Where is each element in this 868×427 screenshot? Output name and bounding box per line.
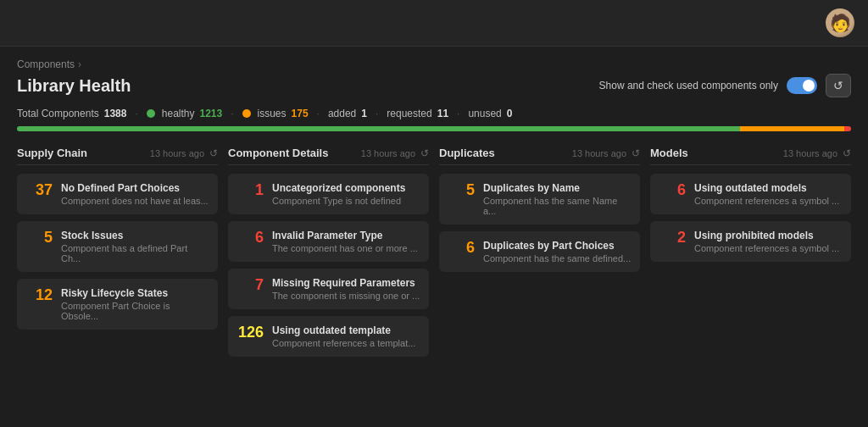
issue-desc-supply-chain-0: Component does not have at leas... (61, 196, 209, 206)
header-controls: Show and check used components only ↺ (599, 74, 851, 97)
columns-grid: Supply Chain13 hours ago ↺37No Defined P… (17, 147, 851, 363)
issue-count-duplicates-1: 6 (448, 240, 475, 257)
unused-value: 0 (507, 108, 513, 119)
column-header-models: Models13 hours ago ↺ (650, 147, 851, 165)
issue-text-models-0: Using outdated modelsComponent reference… (694, 182, 843, 206)
issue-text-component-details-2: Missing Required ParametersThe component… (272, 277, 420, 301)
column-title-models: Models (650, 147, 688, 159)
issue-text-duplicates-1: Duplicates by Part ChoicesComponent has … (483, 240, 632, 263)
issue-desc-component-details-3: Component references a templat... (272, 338, 420, 348)
issues-label: issues (258, 108, 287, 119)
issue-desc-duplicates-0: Component has the same Name a... (483, 196, 632, 216)
issue-count-component-details-0: 1 (236, 182, 264, 199)
breadcrumb-parent[interactable]: Components (17, 58, 75, 70)
issue-card-component-details-3[interactable]: 126Using outdated templateComponent refe… (228, 316, 429, 357)
issue-title-supply-chain-2: Risky Lifecycle States (61, 287, 209, 299)
issue-count-models-0: 6 (659, 182, 686, 199)
added-label: added (328, 108, 356, 119)
refresh-button[interactable]: ↺ (826, 74, 851, 97)
requested-value: 11 (437, 108, 448, 119)
column-title-component-details: Component Details (228, 147, 328, 159)
stats-bar: Total Components 1388 · healthy 1213 · i… (17, 108, 851, 119)
issue-card-models-0[interactable]: 6Using outdated modelsComponent referenc… (650, 174, 851, 214)
issue-title-models-1: Using prohibited models (694, 230, 843, 241)
issues-value: 175 (292, 108, 309, 119)
column-header-component-details: Component Details13 hours ago ↺ (228, 147, 429, 165)
progress-bar (17, 126, 851, 131)
issue-desc-supply-chain-1: Component has a defined Part Ch... (61, 243, 209, 263)
healthy-value: 1213 (199, 108, 222, 119)
issue-title-supply-chain-1: Stock Issues (61, 230, 209, 241)
issue-title-component-details-2: Missing Required Parameters (272, 277, 420, 289)
top-bar: 🧑 (0, 0, 868, 47)
total-value: 1388 (104, 108, 127, 119)
total-label: Total Components (17, 108, 99, 119)
issue-text-component-details-3: Using outdated templateComponent referen… (272, 324, 420, 348)
column-duplicates: Duplicates13 hours ago ↺5Duplicates by N… (439, 147, 640, 363)
issue-desc-models-1: Component references a symbol ... (694, 243, 843, 253)
issue-title-duplicates-0: Duplicates by Name (483, 182, 632, 194)
issue-card-duplicates-1[interactable]: 6Duplicates by Part ChoicesComponent has… (439, 231, 640, 272)
issue-card-supply-chain-0[interactable]: 37No Defined Part ChoicesComponent does … (17, 174, 218, 214)
issue-count-component-details-3: 126 (236, 324, 264, 341)
toggle-label: Show and check used components only (599, 80, 778, 92)
column-refresh-icon-duplicates[interactable]: ↺ (632, 147, 640, 159)
healthy-label: healthy (162, 108, 195, 119)
issue-title-supply-chain-0: No Defined Part Choices (61, 182, 209, 194)
issue-count-supply-chain-1: 5 (25, 230, 53, 247)
issue-count-supply-chain-2: 12 (25, 287, 53, 304)
column-meta-supply-chain: 13 hours ago ↺ (150, 147, 218, 159)
column-header-duplicates: Duplicates13 hours ago ↺ (439, 147, 640, 165)
column-meta-models: 13 hours ago ↺ (783, 147, 851, 159)
requested-label: requested (387, 108, 431, 119)
issue-card-component-details-2[interactable]: 7Missing Required ParametersThe componen… (228, 269, 429, 309)
issue-text-supply-chain-0: No Defined Part ChoicesComponent does no… (61, 182, 209, 206)
column-supply-chain: Supply Chain13 hours ago ↺37No Defined P… (17, 147, 218, 363)
issue-card-component-details-1[interactable]: 6Invalid Parameter TypeThe component has… (228, 221, 429, 262)
progress-healthy (17, 126, 740, 131)
issue-card-duplicates-0[interactable]: 5Duplicates by NameComponent has the sam… (439, 174, 640, 225)
added-value: 1 (361, 108, 367, 119)
issue-title-models-0: Using outdated models (694, 182, 843, 194)
column-meta-component-details: 13 hours ago ↺ (361, 147, 429, 159)
issue-desc-component-details-1: The component has one or more ... (272, 243, 420, 253)
issue-card-supply-chain-2[interactable]: 12Risky Lifecycle StatesComponent Part C… (17, 279, 218, 330)
column-timestamp-duplicates: 13 hours ago (572, 148, 626, 158)
issue-card-component-details-0[interactable]: 1Uncategorized componentsComponent Type … (228, 174, 429, 214)
issue-title-component-details-0: Uncategorized components (272, 182, 420, 194)
issue-text-supply-chain-1: Stock IssuesComponent has a defined Part… (61, 230, 209, 263)
column-refresh-icon-supply-chain[interactable]: ↺ (209, 147, 218, 159)
column-title-supply-chain: Supply Chain (17, 147, 87, 159)
issue-text-duplicates-0: Duplicates by NameComponent has the same… (483, 182, 632, 216)
column-timestamp-models: 13 hours ago (783, 148, 837, 158)
issues-dot (242, 109, 251, 118)
issue-count-component-details-1: 6 (236, 230, 264, 247)
breadcrumb: Components › (17, 58, 851, 70)
healthy-dot (147, 109, 155, 118)
breadcrumb-chevron-icon: › (78, 58, 81, 70)
column-timestamp-supply-chain: 13 hours ago (150, 148, 204, 158)
column-meta-duplicates: 13 hours ago ↺ (572, 147, 640, 159)
column-refresh-icon-component-details[interactable]: ↺ (420, 147, 429, 159)
issue-desc-models-0: Component references a symbol ... (694, 196, 843, 206)
issue-title-component-details-1: Invalid Parameter Type (272, 230, 420, 241)
issue-card-supply-chain-1[interactable]: 5Stock IssuesComponent has a defined Par… (17, 221, 218, 272)
issue-text-supply-chain-2: Risky Lifecycle StatesComponent Part Cho… (61, 287, 209, 321)
progress-issues (740, 126, 844, 131)
issue-title-component-details-3: Using outdated template (272, 324, 420, 336)
issue-title-duplicates-1: Duplicates by Part Choices (483, 240, 632, 252)
issue-card-models-1[interactable]: 2Using prohibited modelsComponent refere… (650, 221, 851, 262)
issue-text-component-details-0: Uncategorized componentsComponent Type i… (272, 182, 420, 206)
unused-label: unused (468, 108, 501, 119)
issue-desc-supply-chain-2: Component Part Choice is Obsole... (61, 301, 209, 321)
issue-text-component-details-1: Invalid Parameter TypeThe component has … (272, 230, 420, 253)
column-refresh-icon-models[interactable]: ↺ (843, 147, 851, 159)
progress-requested (844, 126, 851, 131)
column-models: Models13 hours ago ↺6Using outdated mode… (650, 147, 851, 363)
issue-count-models-1: 2 (659, 230, 686, 247)
column-title-duplicates: Duplicates (439, 147, 495, 159)
toggle-switch[interactable] (787, 77, 817, 94)
issue-count-component-details-2: 7 (236, 277, 264, 294)
column-component-details: Component Details13 hours ago ↺1Uncatego… (228, 147, 429, 363)
avatar[interactable]: 🧑 (826, 8, 854, 37)
